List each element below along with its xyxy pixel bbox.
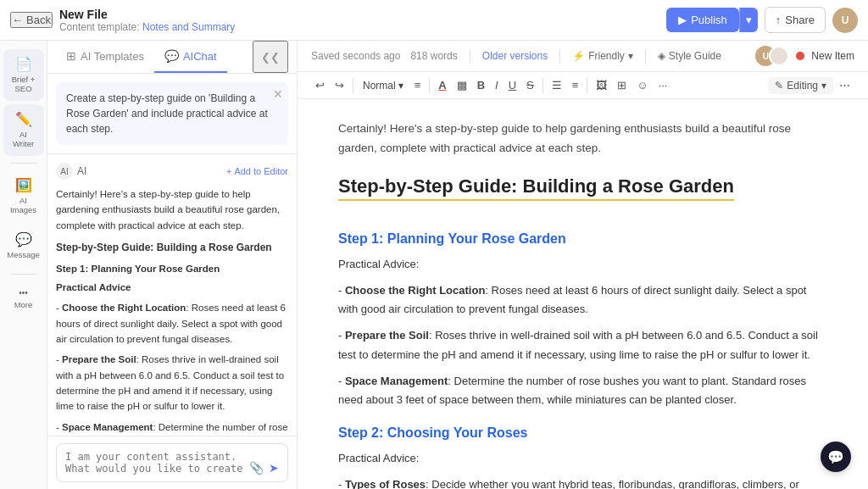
toolbar-avatar-2: [769, 46, 789, 66]
ai-response: AI AI + Add to Editor Certainly! Here's …: [47, 154, 297, 436]
ai-writer-icon: ✏️: [15, 111, 32, 127]
editor-main-heading[interactable]: Step-by-Step Guide: Building a Rose Gard…: [338, 175, 734, 201]
back-button[interactable]: ← Back: [10, 12, 53, 28]
style-label: Style Guide: [669, 50, 721, 62]
underline-button[interactable]: U: [504, 75, 520, 95]
tab-ai-templates[interactable]: ⊞ AI Templates: [56, 41, 154, 73]
ai-prompt-area: Create a step-by-step guide on 'Building…: [47, 74, 297, 154]
tone-selector[interactable]: ⚡ Friendly ▾: [572, 50, 633, 62]
add-to-editor-button[interactable]: + Add to Editor: [226, 166, 288, 176]
editor-practical-2: Practical Advice:: [338, 449, 827, 469]
fmt-sep-2: [429, 78, 430, 93]
editor-intro: Certainly! Here's a step-by-step guide t…: [338, 119, 827, 158]
lightning-icon: ⚡: [572, 50, 585, 62]
bullet-list-button[interactable]: ☰: [548, 75, 566, 95]
strikethrough-icon: S: [526, 79, 534, 92]
editor-content: Certainly! Here's a step-by-step guide t…: [298, 99, 868, 489]
send-button[interactable]: ➤: [269, 461, 279, 475]
ellipsis-icon: ⋯: [839, 79, 850, 92]
aichat-icon: 💬: [164, 49, 179, 63]
message-label: Message: [7, 250, 40, 259]
publish-button[interactable]: ▶ Publish: [666, 8, 739, 32]
bold-button[interactable]: B: [473, 75, 489, 95]
style-dropdown[interactable]: Normal ▾: [358, 77, 409, 94]
publish-label: Publish: [691, 14, 727, 26]
image-button[interactable]: 🖼: [592, 75, 611, 95]
numbered-list-button[interactable]: ≡: [568, 75, 583, 95]
add-to-editor-label: Add to Editor: [234, 166, 288, 176]
redo-button[interactable]: ↪: [331, 75, 348, 95]
main-layout: 📄 Brief + SEO ✏️ AI Writer 🖼️ AI Images …: [0, 41, 868, 489]
italic-button[interactable]: I: [491, 75, 503, 95]
sidebar-item-ai-writer[interactable]: ✏️ AI Writer: [3, 104, 44, 156]
fmt-sep-3: [542, 78, 543, 93]
align-icon: ≡: [415, 79, 421, 92]
chat-input-area: 📎 ➤: [47, 436, 297, 489]
align-button[interactable]: ≡: [410, 75, 426, 95]
table-button[interactable]: ⊞: [613, 75, 631, 95]
ai-point-2: - Prepare the Soil: Roses thrive in well…: [56, 352, 288, 414]
font-color-icon: A: [438, 79, 446, 92]
chat-input[interactable]: [65, 451, 244, 475]
publish-icon: ▶: [678, 14, 687, 26]
editor-step1-point-2: - Prepare the Soil: Roses thrive in well…: [338, 326, 827, 365]
close-prompt-button[interactable]: ✕: [273, 87, 283, 101]
strikethrough-button[interactable]: S: [522, 75, 538, 95]
ai-prompt-text: Create a step-by-step guide on 'Building…: [66, 91, 278, 136]
sidebar-item-message[interactable]: 💬 Message: [3, 225, 44, 266]
ai-writer-label: AI Writer: [8, 130, 39, 149]
ai-main-heading: Step-by-Step Guide: Building a Rose Gard…: [56, 240, 288, 256]
back-label: Back: [26, 14, 51, 26]
more-fmt-button[interactable]: ···: [654, 75, 672, 95]
sidebar-divider-2: [10, 274, 37, 275]
attach-button[interactable]: 📎: [249, 461, 264, 475]
chat-input-box: 📎 ➤: [56, 443, 288, 482]
emoji-button[interactable]: ☺: [632, 75, 652, 95]
file-title: New File: [59, 8, 659, 21]
fmt-sep-4: [587, 78, 587, 93]
font-color-button[interactable]: A: [434, 75, 450, 95]
templates-tab-label: AI Templates: [81, 50, 144, 63]
send-icon: ➤: [269, 461, 279, 475]
style-guide-button[interactable]: ◈ Style Guide: [658, 50, 721, 62]
sidebar: 📄 Brief + SEO ✏️ AI Writer 🖼️ AI Images …: [0, 41, 47, 489]
table-icon: ⊞: [617, 79, 626, 92]
back-icon: ←: [12, 14, 23, 26]
chat-bubble-button[interactable]: 💬: [821, 442, 851, 472]
toolbar-right: U New Item: [755, 46, 854, 66]
share-button[interactable]: ↑ Share: [765, 7, 826, 33]
redo-icon: ↪: [335, 79, 344, 92]
sidebar-item-more[interactable]: ••• More: [3, 281, 44, 316]
chevron-down-icon: ▾: [746, 14, 752, 26]
publish-chevron[interactable]: ▾: [739, 8, 758, 32]
sidebar-item-ai-images[interactable]: 🖼️ AI Images: [3, 170, 44, 222]
highlight-button[interactable]: ▩: [453, 75, 471, 95]
editor-step2-heading: Step 2: Choosing Your Roses: [338, 425, 827, 441]
more-options-button[interactable]: ⋯: [835, 75, 854, 95]
chevron-editing-icon: ▾: [821, 80, 826, 92]
more-fmt-icon: ···: [659, 79, 668, 92]
chat-actions: 📎 ➤: [249, 461, 279, 475]
undo-button[interactable]: ↩: [311, 75, 329, 95]
sidebar-item-brief-seo[interactable]: 📄 Brief + SEO: [3, 49, 44, 101]
template-link[interactable]: Notes and Summary: [142, 21, 235, 33]
ai-point-1: - Choose the Right Location: Roses need …: [56, 300, 288, 347]
avatar[interactable]: U: [832, 8, 858, 33]
highlight-icon: ▩: [457, 79, 467, 92]
editor-practical-1: Practical Advice:: [338, 255, 827, 275]
more-label: More: [14, 300, 33, 309]
numbered-list-icon: ≡: [572, 79, 579, 92]
ai-intro: Certainly! Here's a step-by-step guide t…: [56, 186, 288, 233]
editing-badge[interactable]: ✎ Editing ▾: [768, 77, 833, 94]
editor-top-toolbar: Saved seconds ago 818 words Older versio…: [298, 41, 868, 72]
collapse-panel-button[interactable]: ❮❮: [253, 41, 288, 73]
editor-step1-heading: Step 1: Planning Your Rose Garden: [338, 231, 827, 247]
message-icon: 💬: [15, 231, 32, 247]
tab-aichat[interactable]: 💬 AIChat: [154, 41, 227, 73]
editor-step1-point-1: - Choose the Right Location: Roses need …: [338, 281, 827, 320]
ai-panel: ⊞ AI Templates 💬 AIChat ❮❮ Create a step…: [47, 41, 298, 489]
ai-images-label: AI Images: [8, 196, 39, 215]
older-versions-link[interactable]: Older versions: [482, 50, 548, 62]
tone-label: Friendly: [588, 50, 625, 62]
saved-status: Saved seconds ago: [311, 50, 400, 62]
